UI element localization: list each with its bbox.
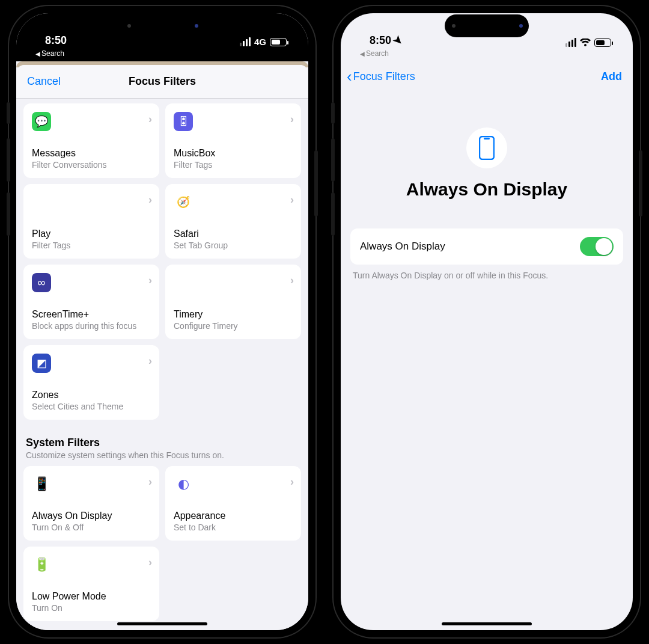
system-filter-card[interactable]: ›🔋Low Power ModeTurn On	[23, 547, 159, 621]
add-button[interactable]: Add	[601, 70, 622, 83]
breadcrumb-label: Search	[41, 49, 64, 58]
system-filter-card[interactable]: ›📱Always On DisplayTurn On & Off	[23, 466, 159, 541]
screentime-icon: ∞	[32, 273, 51, 292]
sheet-title: Focus Filters	[129, 75, 196, 88]
card-subtitle: Block apps during this focus	[32, 321, 151, 331]
breadcrumb-back[interactable]: ◀ Search	[341, 47, 633, 61]
hero: Always On Display	[341, 127, 633, 200]
chevron-left-icon: ‹	[347, 69, 352, 84]
status-time: 8:50	[370, 34, 391, 47]
row-label: Always On Display	[360, 241, 445, 253]
phone-left: 8:50 4G ◀ Search Cancel Focus Filters ›💬…	[9, 6, 315, 637]
svg-rect-0	[480, 136, 494, 159]
card-title: Zones	[32, 390, 151, 400]
phone-right: 8:50 ➤ ◀ Search ‹ Focus Filters Add A	[334, 6, 640, 637]
lpm-icon: 🔋	[32, 555, 51, 574]
cell-signal-icon	[565, 38, 576, 47]
section-title: System Filters	[26, 437, 299, 449]
chevron-right-icon: ›	[290, 113, 294, 126]
chevron-right-icon: ›	[148, 194, 152, 206]
play-icon: ▦	[32, 192, 51, 212]
status-time: 8:50	[45, 34, 67, 47]
card-subtitle: Filter Tags	[32, 241, 151, 250]
card-subtitle: Select Cities and Theme	[32, 402, 151, 411]
app-filter-card[interactable]: ›▦PlayFilter Tags	[23, 184, 159, 259]
app-filter-card[interactable]: ›🧭SafariSet Tab Group	[165, 184, 301, 259]
system-filter-card[interactable]: ›◐AppearanceSet to Dark	[165, 466, 301, 541]
section-subtitle: Customize system settings when this Focu…	[26, 450, 299, 460]
safari-icon: 🧭	[174, 192, 193, 212]
aod-toggle-row[interactable]: Always On Display	[350, 228, 623, 265]
home-indicator[interactable]	[442, 622, 532, 625]
dynamic-island	[120, 14, 204, 37]
card-subtitle: Set Tab Group	[174, 241, 293, 250]
app-filter-card[interactable]: ›⏱TimeryConfigure Timery	[165, 265, 301, 339]
chevron-right-icon: ›	[290, 274, 294, 287]
card-subtitle: Set to Dark	[174, 523, 293, 532]
system-filters-header: System Filters Customize system settings…	[26, 437, 299, 460]
phone-icon	[479, 136, 495, 160]
musicbox-icon: 🎛	[174, 112, 193, 131]
card-title: Timery	[174, 309, 293, 320]
location-icon: ➤	[390, 32, 406, 48]
card-subtitle: Filter Conversations	[32, 160, 151, 170]
chevron-left-icon: ◀	[35, 51, 40, 57]
card-title: MusicBox	[174, 148, 293, 159]
card-subtitle: Filter Tags	[174, 160, 293, 170]
dynamic-island	[445, 14, 529, 37]
card-subtitle: Configure Timery	[174, 321, 293, 331]
zones-icon: ◩	[32, 354, 51, 373]
card-title: Always On Display	[32, 511, 151, 521]
sheet-header: Cancel Focus Filters	[16, 65, 308, 99]
home-indicator[interactable]	[117, 622, 207, 625]
chevron-right-icon: ›	[148, 476, 152, 488]
card-subtitle: Turn On	[32, 603, 151, 613]
chevron-right-icon: ›	[148, 556, 152, 569]
cell-signal-icon	[240, 37, 251, 46]
card-title: Low Power Mode	[32, 591, 151, 602]
breadcrumb-label: Search	[366, 49, 389, 58]
hero-icon-circle	[466, 127, 507, 168]
network-label: 4G	[254, 37, 266, 47]
chevron-right-icon: ›	[148, 355, 152, 367]
chevron-left-icon: ◀	[360, 51, 365, 57]
battery-icon	[594, 38, 611, 47]
battery-icon	[270, 38, 287, 46]
footer-note: Turn Always On Display on or off while i…	[353, 271, 621, 280]
back-label: Focus Filters	[353, 70, 415, 83]
focus-filters-sheet: Cancel Focus Filters ›💬MessagesFilter Co…	[16, 65, 308, 630]
aod-icon: 📱	[32, 474, 51, 494]
card-subtitle: Turn On & Off	[32, 523, 151, 532]
appearance-icon: ◐	[174, 474, 193, 494]
card-title: Play	[32, 228, 151, 239]
cancel-button[interactable]: Cancel	[27, 75, 61, 88]
card-title: Appearance	[174, 511, 293, 521]
card-title: Messages	[32, 148, 151, 159]
messages-icon: 💬	[32, 112, 51, 131]
svg-rect-1	[484, 138, 490, 140]
chevron-right-icon: ›	[148, 274, 152, 287]
app-filter-card[interactable]: ›∞ScreenTime+Block apps during this focu…	[23, 265, 159, 339]
toggle-switch[interactable]	[580, 237, 614, 256]
nav-bar: ‹ Focus Filters Add	[341, 61, 633, 91]
hero-title: Always On Display	[406, 179, 567, 200]
back-button[interactable]: ‹ Focus Filters	[347, 69, 415, 84]
app-filter-card[interactable]: ›🎛MusicBoxFilter Tags	[165, 103, 301, 178]
chevron-right-icon: ›	[290, 476, 294, 488]
app-filter-card[interactable]: ›◩ZonesSelect Cities and Theme	[23, 345, 159, 420]
card-title: ScreenTime+	[32, 309, 151, 320]
timery-icon: ⏱	[174, 273, 193, 292]
chevron-right-icon: ›	[290, 194, 294, 206]
breadcrumb-back[interactable]: ◀ Search	[16, 47, 308, 61]
wifi-icon	[580, 38, 591, 47]
card-title: Safari	[174, 228, 293, 239]
app-filter-card[interactable]: ›💬MessagesFilter Conversations	[23, 103, 159, 178]
chevron-right-icon: ›	[148, 113, 152, 126]
